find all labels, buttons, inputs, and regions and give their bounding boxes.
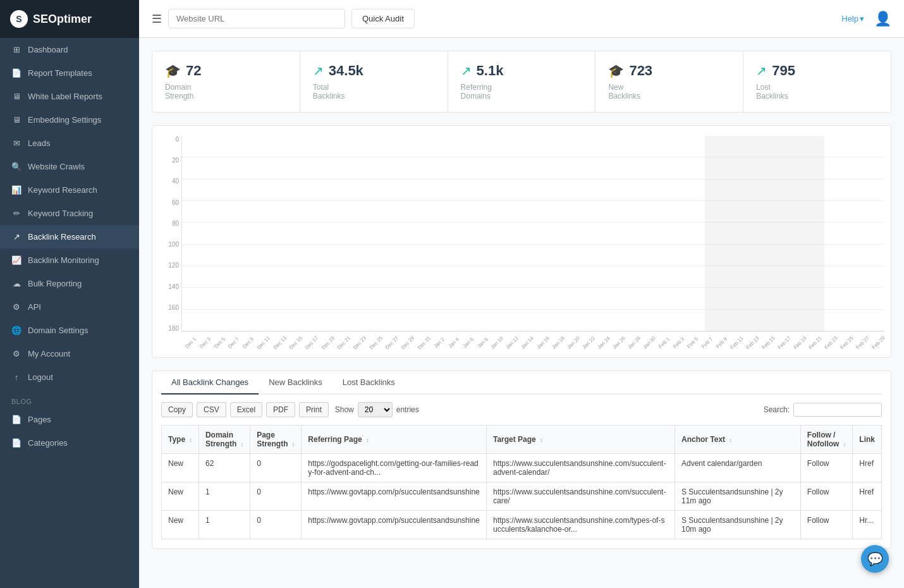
data-table: Type ↕ DomainStrength ↕ PageStrength ↕ R… bbox=[161, 425, 882, 539]
table-cell[interactable]: https://www.succulentsandsunshine.com/su… bbox=[486, 482, 675, 511]
csv-button[interactable]: CSV bbox=[197, 402, 226, 417]
table-cell: Advent calendar/garden bbox=[675, 454, 800, 482]
x-label: Jan 14 bbox=[520, 335, 535, 350]
col-referring-page[interactable]: Referring Page ↕ bbox=[302, 426, 487, 454]
quick-audit-button[interactable]: Quick Audit bbox=[351, 9, 415, 28]
sidebar-item-dashboard[interactable]: ⊞ Dashboard bbox=[0, 38, 139, 61]
chart-grid bbox=[182, 136, 884, 331]
dashboard-icon: ⊞ bbox=[11, 45, 21, 54]
logout-icon: ↑ bbox=[11, 372, 21, 382]
excel-button[interactable]: Excel bbox=[230, 402, 262, 417]
domain-settings-icon: 🌐 bbox=[11, 326, 21, 335]
main-area: ☰ Quick Audit Help ▾ 👤 🎓 72 DomainStreng… bbox=[139, 0, 904, 588]
col-page-strength[interactable]: PageStrength ↕ bbox=[250, 426, 302, 454]
sidebar-item-keyword-tracking[interactable]: ✏ Keyword Tracking bbox=[0, 202, 139, 225]
col-follow[interactable]: Follow /Nofollow ↕ bbox=[800, 426, 853, 454]
sidebar-item-website-crawls[interactable]: 🔍 Website Crawls bbox=[0, 155, 139, 178]
x-label: Jan 12 bbox=[505, 335, 520, 350]
tab-all-backlink-changes[interactable]: All Backlink Changes bbox=[161, 371, 259, 395]
logo[interactable]: S SEOptimer bbox=[0, 0, 139, 38]
sidebar-item-backlink-monitoring[interactable]: 📈 Backlink Monitoring bbox=[0, 248, 139, 272]
sidebar-label-white-label: White Label Reports bbox=[28, 92, 102, 101]
sidebar-label-dashboard: Dashboard bbox=[28, 45, 68, 54]
x-label: Feb 3 bbox=[671, 335, 686, 350]
table-cell: New bbox=[162, 511, 199, 539]
sidebar-item-categories[interactable]: 📄 Categories bbox=[0, 431, 139, 455]
sidebar-label-logout: Logout bbox=[28, 372, 53, 382]
sidebar-label-my-account: My Account bbox=[28, 349, 70, 358]
table-cell[interactable]: https://godspacelight.com/getting-our-fa… bbox=[302, 454, 487, 482]
referring-domains-value: 5.1k bbox=[477, 63, 504, 79]
table-row: New620https://godspacelight.com/getting-… bbox=[162, 454, 882, 482]
my-account-icon: ⚙ bbox=[11, 349, 21, 358]
x-label: Dec 29 bbox=[400, 335, 415, 350]
x-label: Jan 28 bbox=[626, 335, 641, 350]
sidebar-item-embedding[interactable]: 🖥 Embedding Settings bbox=[0, 108, 139, 132]
sidebar-item-bulk-reporting[interactable]: ☁ Bulk Reporting bbox=[0, 272, 139, 295]
sidebar-label-api: API bbox=[28, 302, 41, 312]
referring-domains-icon: ↗ bbox=[461, 63, 472, 78]
table-cell: 0 bbox=[250, 454, 302, 482]
chart-area[interactable] bbox=[181, 136, 884, 332]
x-label: Dec 13 bbox=[272, 335, 287, 350]
x-label: Feb 23 bbox=[824, 335, 839, 350]
table-row: New10https://www.govtapp.com/p/succulent… bbox=[162, 482, 882, 511]
table-cell: 1 bbox=[199, 482, 250, 511]
table-cell: S Succulentsandsunshine | 2y 11m ago bbox=[675, 482, 800, 511]
x-label: Dec 5 bbox=[212, 335, 227, 350]
sidebar-item-api[interactable]: ⚙ API bbox=[0, 295, 139, 319]
stat-lost-backlinks: ↗ 795 LostBacklinks bbox=[743, 51, 891, 112]
x-label: Feb 29 bbox=[871, 335, 886, 350]
chart-highlight bbox=[705, 136, 824, 331]
table-controls: Copy CSV Excel PDF Print Show 20 50 100 … bbox=[161, 402, 882, 417]
chat-bubble[interactable]: 💬 bbox=[861, 545, 889, 573]
api-icon: ⚙ bbox=[11, 302, 21, 312]
sidebar-item-domain-settings[interactable]: 🌐 Domain Settings bbox=[0, 319, 139, 342]
sidebar-item-leads[interactable]: ✉ Leads bbox=[0, 132, 139, 155]
sidebar-item-logout[interactable]: ↑ Logout bbox=[0, 365, 139, 389]
sidebar-item-white-label[interactable]: 🖥 White Label Reports bbox=[0, 85, 139, 108]
sidebar-item-keyword-research[interactable]: 📊 Keyword Research bbox=[0, 178, 139, 202]
sidebar-item-report-templates[interactable]: 📄 Report Templates bbox=[0, 61, 139, 85]
x-label: Jan 26 bbox=[611, 335, 626, 350]
print-button[interactable]: Print bbox=[299, 402, 329, 417]
table-cell[interactable]: https://www.succulentsandsunshine.com/ty… bbox=[486, 511, 675, 539]
x-label: Feb 5 bbox=[686, 335, 700, 350]
url-input[interactable] bbox=[168, 9, 345, 28]
blog-section-label: Blog bbox=[0, 389, 139, 408]
x-label: Feb 17 bbox=[776, 335, 791, 350]
lost-backlinks-value: 795 bbox=[772, 63, 795, 79]
table-cell: Follow bbox=[800, 454, 853, 482]
x-label: Jan 10 bbox=[490, 335, 504, 350]
user-avatar-icon[interactable]: 👤 bbox=[874, 11, 891, 27]
search-input[interactable] bbox=[793, 403, 882, 417]
bulk-reporting-icon: ☁ bbox=[11, 279, 21, 288]
x-label: Dec 25 bbox=[368, 335, 383, 350]
tab-lost-backlinks[interactable]: Lost Backlinks bbox=[333, 371, 405, 395]
copy-button[interactable]: Copy bbox=[161, 402, 193, 417]
x-label: Dec 1 bbox=[183, 335, 198, 350]
x-label: Dec 7 bbox=[227, 335, 241, 350]
domain-strength-value: 72 bbox=[186, 63, 201, 79]
table-cell[interactable]: https://www.govtapp.com/p/succulentsands… bbox=[302, 511, 487, 539]
table-cell[interactable]: https://www.govtapp.com/p/succulentsands… bbox=[302, 482, 487, 511]
x-label: Jan 20 bbox=[566, 335, 580, 350]
pdf-button[interactable]: PDF bbox=[266, 402, 295, 417]
table-cell[interactable]: https://www.succulentsandsunshine.com/su… bbox=[486, 454, 675, 482]
col-domain-strength[interactable]: DomainStrength ↕ bbox=[199, 426, 250, 454]
x-label: Feb 19 bbox=[792, 335, 807, 350]
tab-new-backlinks[interactable]: New Backlinks bbox=[259, 371, 333, 395]
x-label: Jan 2 bbox=[432, 335, 446, 350]
col-target-page[interactable]: Target Page ↕ bbox=[486, 426, 675, 454]
sidebar-item-backlink-research[interactable]: ↗ Backlink Research bbox=[0, 225, 139, 248]
hamburger-icon[interactable]: ☰ bbox=[152, 12, 162, 26]
x-label: Feb 15 bbox=[760, 335, 776, 350]
help-link[interactable]: Help ▾ bbox=[841, 14, 864, 23]
sidebar-item-my-account[interactable]: ⚙ My Account bbox=[0, 342, 139, 365]
help-chevron-icon: ▾ bbox=[860, 14, 864, 23]
entries-select[interactable]: 20 50 100 bbox=[358, 402, 393, 417]
categories-icon: 📄 bbox=[11, 438, 21, 448]
col-anchor-text[interactable]: Anchor Text ↕ bbox=[675, 426, 800, 454]
sidebar-item-pages[interactable]: 📄 Pages bbox=[0, 408, 139, 431]
col-type[interactable]: Type ↕ bbox=[162, 426, 199, 454]
